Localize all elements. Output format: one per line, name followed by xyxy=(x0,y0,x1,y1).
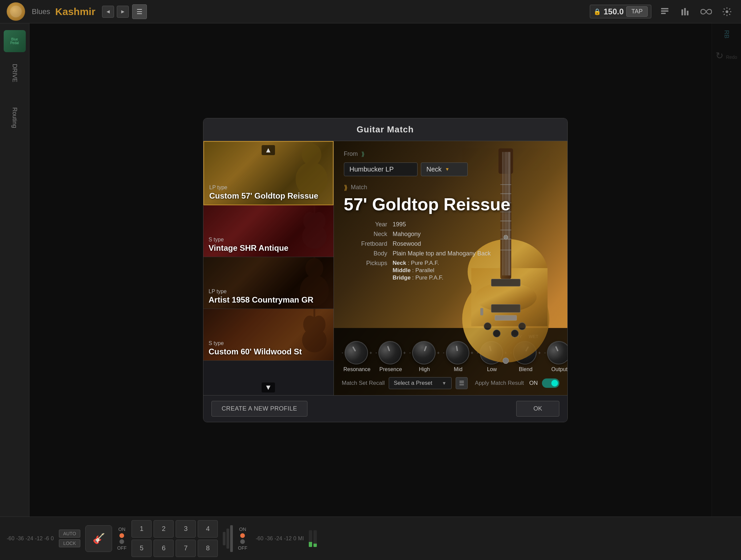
channel-6[interactable]: 6 xyxy=(153,540,174,557)
meter-label-neg60: -60 xyxy=(7,536,14,542)
pickups-value: Neck : Pure P.A.F. Middle : Parallel Bri xyxy=(393,260,557,281)
pickup-neck-value: Pure P.A.F. xyxy=(411,260,439,266)
guitar-item-3[interactable]: S type Custom 60' Wildwood St xyxy=(203,309,334,361)
right-off-dot xyxy=(240,539,245,544)
match-label-row: ⟫ Match xyxy=(344,183,557,191)
menu-button[interactable]: ☰ xyxy=(132,4,147,19)
resonance-knob[interactable] xyxy=(340,337,372,369)
channel-7[interactable]: 7 xyxy=(176,540,196,557)
auto-lock-controls: AUTO LOCK xyxy=(59,530,81,547)
match-text: Match xyxy=(351,184,367,191)
guitar-item-2[interactable]: LP type Artist 1958 Countryman GR xyxy=(203,257,334,309)
guitar-match-name: 57' Goldtop Reissue xyxy=(344,194,557,214)
guitar-name-2: Artist 1958 Countryman GR xyxy=(209,295,314,305)
bpm-value[interactable]: 150.0 xyxy=(604,7,623,16)
resonance-container: - + xyxy=(342,341,372,365)
svg-rect-4 xyxy=(684,8,686,15)
svg-rect-5 xyxy=(687,11,688,15)
infinity-button[interactable] xyxy=(699,4,714,19)
next-preset-button[interactable]: ► xyxy=(117,6,129,18)
neck-key: Neck xyxy=(344,231,387,238)
lock-icon: 🔒 xyxy=(594,8,601,15)
high-label: High xyxy=(419,367,430,373)
right-meter-labels: -60 -36 -24 -12 0 MI xyxy=(256,536,304,542)
lock-button[interactable]: LOCK xyxy=(59,539,81,547)
channel-4[interactable]: 4 xyxy=(198,520,218,538)
auto-button[interactable]: AUTO xyxy=(59,530,81,538)
neck-arrow-icon: ▼ xyxy=(445,166,450,172)
modal-body: ▲ LP type Cust xyxy=(203,141,567,395)
neck-position-select[interactable]: Neck ▼ xyxy=(421,162,468,176)
pickup-middle-sep: : xyxy=(412,267,415,273)
pickup-bridge-label: Bridge xyxy=(393,274,411,281)
scroll-down-button[interactable]: ▼ xyxy=(262,383,275,393)
meter-label-neg36: -36 xyxy=(16,536,24,542)
preset-nav: ◄ ► xyxy=(102,6,129,18)
ok-button[interactable]: OK xyxy=(516,401,559,417)
channel-5[interactable]: 5 xyxy=(131,540,151,557)
neck-position-value: Neck xyxy=(426,165,442,173)
guitar-specs: Year 1995 Neck Mahogony Fretboard Rosewo… xyxy=(344,221,557,281)
right-on-label: ON xyxy=(238,527,247,532)
right-off-label: OFF xyxy=(238,545,247,551)
drive-label: DRIVE xyxy=(11,64,18,82)
from-guitar-value: Humbucker LP xyxy=(350,165,394,173)
settings-button[interactable] xyxy=(720,4,734,19)
guitar-detail: From ⟫ Humbucker LP Neck ▼ xyxy=(334,141,567,395)
top-bar-right: 🔒 150.0 TAP xyxy=(590,4,734,19)
svg-point-53 xyxy=(503,358,509,364)
tap-button[interactable]: TAP xyxy=(626,6,648,17)
notes-button[interactable] xyxy=(657,4,672,19)
channel-8[interactable]: 8 xyxy=(198,540,218,557)
blue-pedal[interactable]: BluePedal xyxy=(4,30,26,52)
from-text: From xyxy=(344,150,358,157)
guitar-type-1: S type xyxy=(209,237,289,243)
guitar-type-2: LP type xyxy=(209,289,314,295)
meter-label-neg6: -6 xyxy=(45,536,49,542)
off-dot xyxy=(120,539,124,544)
presence-label: Presence xyxy=(379,367,402,373)
from-chevrons: ⟫ xyxy=(361,150,365,158)
right-on-indicator: ON OFF xyxy=(238,527,247,551)
from-guitar-select[interactable]: Humbucker LP xyxy=(344,162,417,176)
pickup-bridge-line: Bridge : Pure P.A.F. xyxy=(393,274,557,281)
guitar-item-info-2: LP type Artist 1958 Countryman GR xyxy=(209,289,314,305)
fretboard-value: Rosewood xyxy=(393,240,557,247)
guitar-item-info-3: S type Custom 60' Wildwood St xyxy=(209,340,302,356)
scroll-up-button[interactable]: ▲ xyxy=(262,145,275,155)
preset-name: Kashmir xyxy=(55,6,95,17)
svg-rect-52 xyxy=(480,308,483,315)
pickup-middle-line: Middle : Parallel xyxy=(393,267,557,274)
svg-point-50 xyxy=(519,322,526,330)
pickup-neck-label: Neck xyxy=(393,260,406,266)
modal-footer: CREATE A NEW PROFILE OK xyxy=(203,395,567,422)
channel-1[interactable]: 1 xyxy=(131,520,151,538)
levels-button[interactable] xyxy=(678,4,693,19)
resonance-minus: - xyxy=(342,350,344,355)
presence-knob[interactable] xyxy=(375,338,405,368)
right-on-dot xyxy=(240,533,245,538)
channel-2[interactable]: 2 xyxy=(153,520,174,538)
modal-title-bar: Guitar Match xyxy=(203,118,567,141)
create-profile-button[interactable]: CREATE A NEW PROFILE xyxy=(211,401,308,417)
prev-preset-button[interactable]: ◄ xyxy=(102,6,114,18)
guitar-item-1[interactable]: S type Vintage SHR Antique xyxy=(203,205,334,257)
high-minus: - xyxy=(409,350,411,355)
routing-label: Routing xyxy=(11,107,18,128)
svg-rect-0 xyxy=(661,8,668,9)
channel-3[interactable]: 3 xyxy=(176,520,196,538)
logo-inner xyxy=(10,6,22,17)
svg-point-51 xyxy=(511,330,519,337)
match-chevrons: ⟫ xyxy=(344,183,348,191)
off-label: OFF xyxy=(117,545,126,551)
year-value: 1995 xyxy=(393,221,557,228)
guitar-type-0: LP type xyxy=(209,184,319,190)
modal-overlay: Guitar Match ▲ xyxy=(29,23,741,516)
left-side-panel: BluePedal DRIVE Routing xyxy=(0,23,29,516)
presence-minus: - xyxy=(375,350,377,355)
pickups-key: Pickups xyxy=(344,260,387,281)
svg-point-49 xyxy=(493,330,500,337)
guitar-icon-button[interactable]: 🎸 xyxy=(85,525,112,552)
body-key: Body xyxy=(344,250,387,257)
presence-knob-group: - + Presence xyxy=(375,341,406,373)
